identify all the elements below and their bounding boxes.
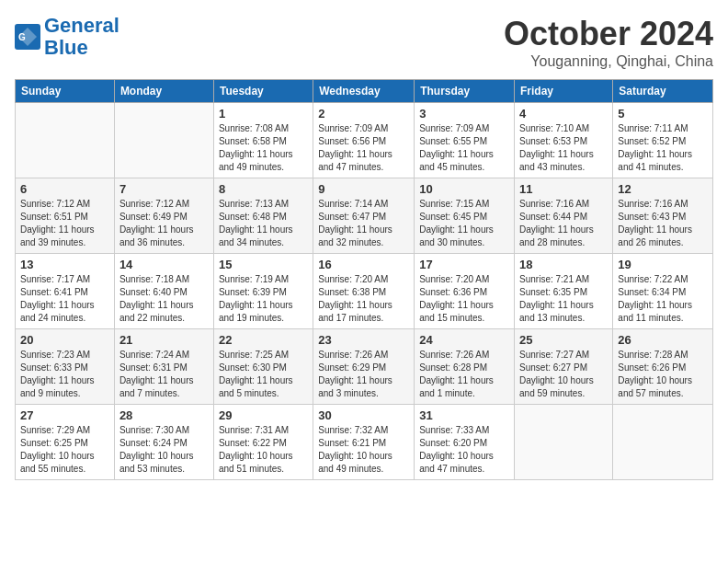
calendar-week-2: 6Sunrise: 7:12 AM Sunset: 6:51 PM Daylig…	[16, 178, 713, 254]
day-number: 31	[419, 408, 509, 422]
day-info: Sunrise: 7:23 AM Sunset: 6:33 PM Dayligh…	[20, 349, 109, 400]
day-info: Sunrise: 7:20 AM Sunset: 6:36 PM Dayligh…	[419, 273, 509, 325]
calendar-cell: 9Sunrise: 7:14 AM Sunset: 6:47 PM Daylig…	[313, 178, 415, 254]
day-number: 4	[519, 107, 608, 121]
location: Youganning, Qinghai, China	[504, 53, 713, 70]
day-number: 10	[419, 182, 509, 196]
day-number: 21	[119, 333, 209, 347]
page-header: G General Blue October 2024 Youganning, …	[15, 15, 713, 70]
day-number: 28	[119, 408, 209, 422]
day-number: 22	[219, 333, 308, 347]
calendar-cell: 30Sunrise: 7:32 AM Sunset: 6:21 PM Dayli…	[313, 405, 415, 480]
day-number: 3	[419, 107, 509, 121]
calendar-header-wednesday: Wednesday	[313, 80, 415, 103]
calendar-cell: 5Sunrise: 7:11 AM Sunset: 6:52 PM Daylig…	[613, 103, 713, 178]
day-info: Sunrise: 7:14 AM Sunset: 6:47 PM Dayligh…	[318, 198, 409, 249]
day-info: Sunrise: 7:21 AM Sunset: 6:35 PM Dayligh…	[519, 273, 608, 325]
day-info: Sunrise: 7:28 AM Sunset: 6:26 PM Dayligh…	[618, 349, 708, 400]
day-number: 25	[519, 333, 608, 347]
day-info: Sunrise: 7:22 AM Sunset: 6:34 PM Dayligh…	[618, 273, 708, 325]
day-info: Sunrise: 7:09 AM Sunset: 6:56 PM Dayligh…	[318, 122, 409, 174]
day-info: Sunrise: 7:30 AM Sunset: 6:24 PM Dayligh…	[119, 424, 209, 476]
logo-icon: G	[15, 24, 40, 50]
calendar-cell: 22Sunrise: 7:25 AM Sunset: 6:30 PM Dayli…	[213, 329, 313, 405]
calendar-cell: 13Sunrise: 7:17 AM Sunset: 6:41 PM Dayli…	[16, 254, 115, 329]
calendar-cell: 8Sunrise: 7:13 AM Sunset: 6:48 PM Daylig…	[213, 178, 313, 254]
day-info: Sunrise: 7:27 AM Sunset: 6:27 PM Dayligh…	[519, 349, 608, 400]
day-info: Sunrise: 7:32 AM Sunset: 6:21 PM Dayligh…	[318, 424, 409, 476]
day-number: 7	[119, 182, 209, 196]
day-number: 2	[318, 107, 409, 121]
title-area: October 2024 Youganning, Qinghai, China	[504, 15, 713, 70]
calendar-header-friday: Friday	[515, 80, 613, 103]
day-number: 17	[419, 258, 509, 271]
calendar-table: SundayMondayTuesdayWednesdayThursdayFrid…	[15, 79, 713, 480]
calendar-week-1: 1Sunrise: 7:08 AM Sunset: 6:58 PM Daylig…	[16, 103, 713, 178]
day-info: Sunrise: 7:20 AM Sunset: 6:38 PM Dayligh…	[318, 273, 409, 325]
calendar-cell: 11Sunrise: 7:16 AM Sunset: 6:44 PM Dayli…	[515, 178, 613, 254]
calendar-cell: 1Sunrise: 7:08 AM Sunset: 6:58 PM Daylig…	[213, 103, 313, 178]
calendar-cell: 6Sunrise: 7:12 AM Sunset: 6:51 PM Daylig…	[16, 178, 115, 254]
day-info: Sunrise: 7:33 AM Sunset: 6:20 PM Dayligh…	[419, 424, 509, 476]
calendar-cell: 20Sunrise: 7:23 AM Sunset: 6:33 PM Dayli…	[16, 329, 115, 405]
calendar-cell: 7Sunrise: 7:12 AM Sunset: 6:49 PM Daylig…	[114, 178, 213, 254]
calendar-cell: 25Sunrise: 7:27 AM Sunset: 6:27 PM Dayli…	[515, 329, 613, 405]
calendar-cell: 4Sunrise: 7:10 AM Sunset: 6:53 PM Daylig…	[515, 103, 613, 178]
day-info: Sunrise: 7:12 AM Sunset: 6:51 PM Dayligh…	[20, 198, 109, 249]
day-number: 29	[219, 408, 308, 422]
day-number: 13	[20, 258, 109, 271]
calendar-cell: 24Sunrise: 7:26 AM Sunset: 6:28 PM Dayli…	[415, 329, 515, 405]
day-number: 30	[318, 408, 409, 422]
logo-text: General	[44, 15, 119, 37]
day-info: Sunrise: 7:26 AM Sunset: 6:29 PM Dayligh…	[318, 349, 409, 400]
calendar-week-3: 13Sunrise: 7:17 AM Sunset: 6:41 PM Dayli…	[16, 254, 713, 329]
calendar-cell: 28Sunrise: 7:30 AM Sunset: 6:24 PM Dayli…	[114, 405, 213, 480]
day-info: Sunrise: 7:18 AM Sunset: 6:40 PM Dayligh…	[119, 273, 209, 325]
day-number: 11	[519, 182, 608, 196]
calendar-cell	[16, 103, 115, 178]
day-number: 27	[20, 408, 109, 422]
logo: G General Blue	[15, 15, 119, 59]
day-info: Sunrise: 7:19 AM Sunset: 6:39 PM Dayligh…	[219, 273, 308, 325]
day-info: Sunrise: 7:10 AM Sunset: 6:53 PM Dayligh…	[519, 122, 608, 174]
logo-text2: Blue	[44, 37, 119, 59]
calendar-cell: 23Sunrise: 7:26 AM Sunset: 6:29 PM Dayli…	[313, 329, 415, 405]
calendar-header-saturday: Saturday	[613, 80, 713, 103]
day-number: 26	[618, 333, 708, 347]
svg-text:G: G	[18, 32, 26, 42]
calendar-header-sunday: Sunday	[16, 80, 115, 103]
day-info: Sunrise: 7:24 AM Sunset: 6:31 PM Dayligh…	[119, 349, 209, 400]
day-number: 14	[119, 258, 209, 271]
day-number: 5	[618, 107, 708, 121]
day-number: 16	[318, 258, 409, 271]
calendar-cell: 14Sunrise: 7:18 AM Sunset: 6:40 PM Dayli…	[114, 254, 213, 329]
calendar-cell: 10Sunrise: 7:15 AM Sunset: 6:45 PM Dayli…	[415, 178, 515, 254]
calendar-body: 1Sunrise: 7:08 AM Sunset: 6:58 PM Daylig…	[16, 103, 713, 480]
calendar-cell: 27Sunrise: 7:29 AM Sunset: 6:25 PM Dayli…	[16, 405, 115, 480]
calendar-cell: 15Sunrise: 7:19 AM Sunset: 6:39 PM Dayli…	[213, 254, 313, 329]
day-number: 24	[419, 333, 509, 347]
calendar-header-thursday: Thursday	[415, 80, 515, 103]
day-number: 9	[318, 182, 409, 196]
calendar-cell: 19Sunrise: 7:22 AM Sunset: 6:34 PM Dayli…	[613, 254, 713, 329]
month-title: October 2024	[504, 15, 713, 53]
day-info: Sunrise: 7:26 AM Sunset: 6:28 PM Dayligh…	[419, 349, 509, 400]
calendar-cell: 2Sunrise: 7:09 AM Sunset: 6:56 PM Daylig…	[313, 103, 415, 178]
day-info: Sunrise: 7:17 AM Sunset: 6:41 PM Dayligh…	[20, 273, 109, 325]
day-number: 15	[219, 258, 308, 271]
day-info: Sunrise: 7:11 AM Sunset: 6:52 PM Dayligh…	[618, 122, 708, 174]
day-number: 19	[618, 258, 708, 271]
calendar-cell: 12Sunrise: 7:16 AM Sunset: 6:43 PM Dayli…	[613, 178, 713, 254]
day-info: Sunrise: 7:16 AM Sunset: 6:43 PM Dayligh…	[618, 198, 708, 249]
calendar-cell: 21Sunrise: 7:24 AM Sunset: 6:31 PM Dayli…	[114, 329, 213, 405]
calendar-cell	[613, 405, 713, 480]
calendar-cell	[515, 405, 613, 480]
calendar-cell	[114, 103, 213, 178]
calendar-cell: 16Sunrise: 7:20 AM Sunset: 6:38 PM Dayli…	[313, 254, 415, 329]
day-number: 8	[219, 182, 308, 196]
day-info: Sunrise: 7:29 AM Sunset: 6:25 PM Dayligh…	[20, 424, 109, 476]
day-number: 20	[20, 333, 109, 347]
day-info: Sunrise: 7:15 AM Sunset: 6:45 PM Dayligh…	[419, 198, 509, 249]
calendar-week-4: 20Sunrise: 7:23 AM Sunset: 6:33 PM Dayli…	[16, 329, 713, 405]
calendar-week-5: 27Sunrise: 7:29 AM Sunset: 6:25 PM Dayli…	[16, 405, 713, 480]
